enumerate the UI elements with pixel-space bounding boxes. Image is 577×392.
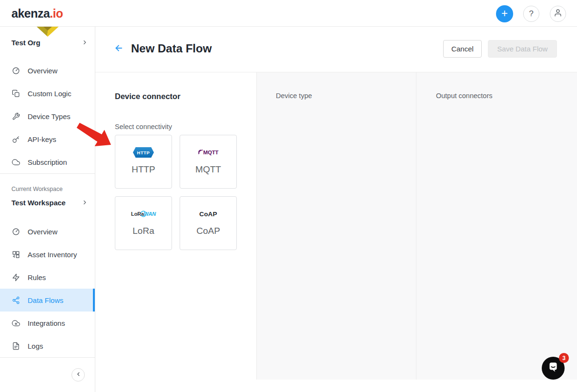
lora-arc-icon: [141, 208, 146, 214]
chat-unread-count: 3: [562, 355, 566, 362]
share-network-icon: [12, 296, 20, 304]
coap-logo: CoAP: [199, 205, 217, 223]
org-nav: Overview Custom Logic Device Types API-k…: [0, 59, 95, 173]
cloud-integration-icon: [12, 319, 20, 327]
sidebar-item-asset-inventory[interactable]: Asset Inventory: [0, 243, 95, 266]
sidebar-item-label: Asset Inventory: [28, 251, 77, 259]
sidebar: Test Org Overview Custom Logic Device Ty…: [0, 27, 95, 392]
mqtt-logo: MQTT: [198, 143, 219, 161]
sidebar-item-overview-workspace[interactable]: Overview: [0, 220, 95, 243]
connectivity-card-http[interactable]: HTTP HTTP: [115, 135, 172, 189]
cloud-icon: [12, 158, 20, 166]
device-connector-column: Device connector Select connectivity HTT…: [95, 72, 256, 380]
back-button[interactable]: [113, 43, 124, 55]
account-button[interactable]: [550, 6, 566, 22]
app-logo-brand: akenza: [11, 7, 50, 20]
sidebar-item-data-flows[interactable]: Data Flows: [0, 289, 95, 312]
key-icon: [12, 135, 20, 143]
http-logo: HTTP: [133, 143, 154, 161]
connectivity-card-mqtt[interactable]: MQTT MQTT: [180, 135, 237, 189]
page-header: New Data Flow Cancel Save Data Flow: [95, 27, 577, 72]
output-connectors-column: Output connectors: [416, 72, 577, 380]
sidebar-item-label: API-keys: [28, 135, 56, 143]
sidebar-item-label: Integrations: [28, 319, 65, 327]
sidebar-divider: [0, 357, 95, 358]
connectivity-card-coap[interactable]: CoAP CoAP: [180, 196, 237, 250]
chevron-right-icon: [81, 39, 88, 46]
sidebar-item-label: Logs: [28, 342, 43, 350]
lora-arc-icon: [141, 214, 146, 220]
add-button[interactable]: +: [496, 5, 513, 22]
sidebar-item-device-types[interactable]: Device Types: [0, 105, 95, 128]
chat-unread-badge: 3: [559, 353, 569, 363]
sidebar-item-label: Device Types: [28, 112, 71, 121]
connectivity-card-label: MQTT: [195, 164, 221, 175]
document-icon: [12, 342, 20, 350]
select-connectivity-label: Select connectivity: [115, 123, 256, 131]
connectivity-cards: HTTP HTTP MQTT MQTT: [115, 135, 237, 250]
gauge-icon: [12, 228, 20, 236]
chat-bubble-icon: [547, 361, 559, 375]
user-icon: [554, 9, 562, 19]
device-type-column: Device type: [256, 72, 416, 380]
workspace-section-label: Current Workspace: [11, 186, 62, 192]
sidebar-item-rules[interactable]: Rules: [0, 266, 95, 289]
lora-logo: LoRaWAN: [131, 205, 156, 223]
flow-builder-columns: Device connector Select connectivity HTT…: [95, 72, 577, 380]
chevron-right-icon: [81, 199, 88, 206]
sidebar-item-logs[interactable]: Logs: [0, 334, 95, 357]
sidebar-item-integrations[interactable]: Integrations: [0, 312, 95, 334]
connectivity-card-label: LoRa: [132, 226, 154, 236]
top-bar: akenza.io + ?: [0, 0, 577, 27]
sidebar-divider: [0, 173, 95, 174]
question-icon: ?: [529, 9, 533, 19]
plus-icon: +: [501, 8, 507, 19]
sidebar-item-subscription[interactable]: Subscription: [0, 151, 95, 173]
cancel-button[interactable]: Cancel: [443, 40, 482, 58]
output-connectors-title: Output connectors: [436, 92, 577, 100]
grid-icon: [12, 251, 20, 259]
gauge-icon: [12, 67, 20, 75]
sidebar-item-custom-logic[interactable]: Custom Logic: [0, 82, 95, 105]
mqtt-logo-text: MQTT: [203, 150, 219, 155]
sidebar-item-label: Overview: [28, 228, 58, 236]
chevron-left-icon: [75, 371, 81, 379]
app-logo[interactable]: akenza.io: [11, 7, 63, 20]
page-title: New Data Flow: [131, 42, 212, 55]
sidebar-item-label: Data Flows: [28, 296, 63, 304]
arrow-left-icon: [113, 43, 124, 55]
device-type-title: Device type: [276, 92, 416, 100]
workspace-selector[interactable]: Test Workspace: [11, 196, 88, 209]
sidebar-item-label: Overview: [28, 67, 58, 75]
mqtt-signal-icon: [198, 150, 203, 155]
sidebar-item-label: Rules: [28, 273, 46, 281]
http-logo-text: HTTP: [137, 150, 150, 155]
coap-logo-text: CoAP: [199, 211, 217, 218]
connectivity-card-label: HTTP: [132, 164, 155, 175]
main-content: New Data Flow Cancel Save Data Flow Devi…: [95, 27, 577, 392]
sidebar-item-label: Custom Logic: [28, 90, 71, 98]
workspace-nav: Overview Asset Inventory Rules Data Flow…: [0, 220, 95, 357]
org-name: Test Org: [11, 39, 40, 47]
org-selector[interactable]: Test Org: [11, 36, 88, 49]
save-button-label: Save Data Flow: [497, 45, 548, 53]
sidebar-collapse-button[interactable]: [71, 368, 85, 382]
sidebar-item-overview-org[interactable]: Overview: [0, 59, 95, 82]
save-data-flow-button[interactable]: Save Data Flow: [488, 40, 557, 58]
wrench-icon: [12, 112, 20, 121]
device-connector-title: Device connector: [115, 92, 256, 101]
workspace-name: Test Workspace: [11, 199, 66, 207]
lightning-icon: [12, 273, 20, 281]
sidebar-item-label: Subscription: [28, 158, 67, 166]
app-logo-tld: .io: [50, 7, 63, 20]
overlapping-squares-icon: [12, 90, 20, 98]
cancel-button-label: Cancel: [451, 45, 474, 53]
help-button[interactable]: ?: [523, 6, 539, 22]
connectivity-card-label: CoAP: [196, 226, 220, 236]
connectivity-card-lora[interactable]: LoRaWAN LoRa: [115, 196, 172, 250]
sidebar-item-api-keys[interactable]: API-keys: [0, 128, 95, 151]
